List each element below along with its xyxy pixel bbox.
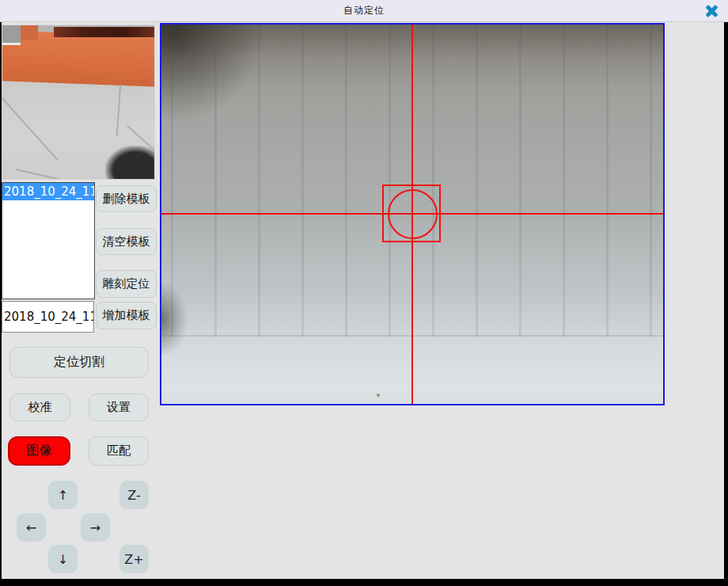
match-button[interactable]: 匹配 xyxy=(89,436,149,466)
titlebar: 自动定位 xyxy=(0,0,728,22)
target-circle xyxy=(388,189,438,239)
settings-button[interactable]: 设置 xyxy=(89,394,149,421)
z-plus-button[interactable]: Z+ xyxy=(119,545,149,573)
jog-left-button[interactable]: ← xyxy=(17,513,46,542)
clear-templates-button[interactable]: 清空模板 xyxy=(96,228,157,255)
thumbnail-dark-object xyxy=(105,146,155,180)
window-title: 自动定位 xyxy=(343,4,385,17)
camera-spot xyxy=(377,394,380,397)
thumbnail-gray-patch xyxy=(2,25,21,45)
template-preview-thumbnail xyxy=(2,25,155,180)
thumbnail-dark-bar xyxy=(54,27,154,37)
jog-right-button[interactable]: → xyxy=(81,513,110,542)
camera-view[interactable] xyxy=(160,23,665,405)
engrave-locate-button[interactable]: 雕刻定位 xyxy=(96,270,157,298)
thumbnail-tile-line xyxy=(16,169,112,180)
thumbnail-tile-line xyxy=(116,84,122,136)
add-template-button[interactable]: 增加模板 xyxy=(96,302,157,329)
calibrate-button[interactable]: 校准 xyxy=(9,394,70,421)
close-icon xyxy=(705,5,718,17)
thumbnail-tile-line xyxy=(2,94,59,160)
locate-cut-button[interactable]: 定位切割 xyxy=(9,347,149,378)
z-minus-button[interactable]: Z- xyxy=(119,481,149,509)
template-list[interactable]: 2018_10_24_11 xyxy=(2,182,95,299)
template-name-input[interactable] xyxy=(2,301,94,333)
image-button[interactable]: 图像 xyxy=(8,436,70,466)
delete-template-button[interactable]: 删除模板 xyxy=(96,185,157,212)
thumbnail-orange-patch xyxy=(21,25,38,40)
close-button[interactable] xyxy=(700,2,723,20)
auto-locate-dialog: 自动定位 2018_10_24_11 删除模板 清空模板 雕刻定位 增加模板 定… xyxy=(0,0,728,586)
template-list-item[interactable]: 2018_10_24_11 xyxy=(2,183,94,200)
jog-down-button[interactable]: ↓ xyxy=(48,545,78,573)
jog-up-button[interactable]: ↑ xyxy=(48,481,78,509)
